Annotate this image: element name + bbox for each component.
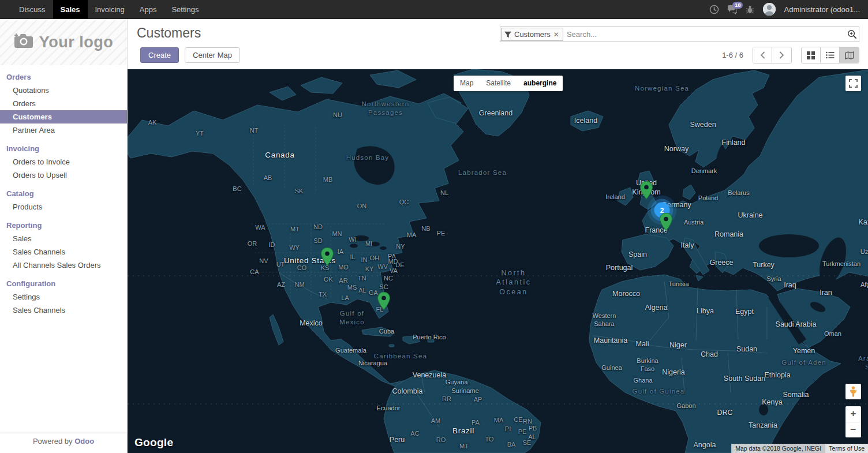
pager-previous-button[interactable] bbox=[753, 47, 772, 63]
nav-app-discuss[interactable]: Discuss bbox=[12, 0, 53, 18]
zoom-out-button[interactable]: − bbox=[845, 422, 861, 438]
customer-map-pin[interactable] bbox=[660, 213, 672, 231]
sidebar-item-products[interactable]: Products bbox=[0, 200, 127, 214]
fullscreen-button[interactable] bbox=[845, 76, 861, 91]
customer-map-pin[interactable] bbox=[640, 181, 653, 199]
sidebar-item-sales-channels-config[interactable]: Sales Channels bbox=[0, 304, 127, 317]
sidebar-item-partner-area[interactable]: Partner Area bbox=[0, 123, 127, 137]
search-facet-customers[interactable]: Customers ✕ bbox=[501, 28, 563, 41]
powered-by-prefix: Powered by bbox=[33, 437, 73, 445]
camera-icon bbox=[14, 33, 33, 51]
pager-next-button[interactable] bbox=[772, 47, 791, 63]
map-type-satellite[interactable]: Satellite bbox=[480, 76, 517, 91]
map-canvas[interactable]: Norwegian SeaNorthwestern PassagesHudson… bbox=[128, 69, 868, 453]
nav-app-settings[interactable]: Settings bbox=[164, 0, 206, 18]
sidebar-item-sales-channels-report[interactable]: Sales Channels bbox=[0, 245, 127, 259]
sidebar-item-orders[interactable]: Orders bbox=[0, 97, 127, 110]
sidebar-item-sales-report[interactable]: Sales bbox=[0, 232, 127, 245]
sidebar: Your logo Orders Quotations Orders Custo… bbox=[0, 19, 128, 453]
messages-icon[interactable]: 10 bbox=[727, 5, 737, 14]
google-logo[interactable]: Google bbox=[134, 436, 173, 449]
message-count-badge: 10 bbox=[732, 2, 743, 9]
facet-label: Customers bbox=[514, 30, 551, 39]
customer-map-pin[interactable] bbox=[377, 292, 390, 310]
pegman-icon bbox=[850, 386, 857, 397]
user-name[interactable]: Administrator (odoo1... bbox=[784, 5, 860, 14]
menu-section-configuration: Configuration bbox=[0, 275, 127, 290]
map-attribution: Map data ©2018 Google, INEGI Terms of Us… bbox=[731, 444, 868, 453]
top-navbar: Discuss Sales Invoicing Apps Settings 10… bbox=[0, 0, 868, 19]
pager-range: 1-6 / 6 bbox=[722, 51, 743, 59]
sidebar-menu: Orders Quotations Orders Customers Partn… bbox=[0, 65, 127, 317]
map-type-control: Map Satellite aubergine bbox=[454, 76, 563, 91]
sidebar-item-orders-to-invoice[interactable]: Orders to Invoice bbox=[0, 155, 127, 169]
terms-of-use-link[interactable]: Terms of Use bbox=[825, 444, 868, 453]
center-map-button[interactable]: Center Map bbox=[185, 47, 240, 63]
user-avatar[interactable] bbox=[763, 3, 776, 16]
powered-by: Powered by Odoo bbox=[0, 433, 127, 450]
content-header: Customers Customers ✕ Create Center Map … bbox=[128, 19, 868, 69]
page-title: Customers bbox=[137, 25, 201, 41]
logo-text: Your logo bbox=[39, 33, 113, 51]
nav-app-sales[interactable]: Sales bbox=[53, 0, 88, 18]
map-type-aubergine[interactable]: aubergine bbox=[517, 76, 563, 91]
nav-apps: Discuss Sales Invoicing Apps Settings bbox=[0, 0, 206, 18]
street-view-pegman-button[interactable] bbox=[845, 384, 861, 399]
bug-icon[interactable] bbox=[745, 5, 755, 14]
activities-clock-icon[interactable] bbox=[709, 5, 719, 14]
menu-section-orders: Orders bbox=[0, 69, 127, 84]
odoo-brand-link[interactable]: Odoo bbox=[74, 437, 94, 445]
kanban-view-button[interactable] bbox=[802, 47, 821, 63]
map-data-attribution: Map data ©2018 Google, INEGI bbox=[731, 444, 825, 453]
menu-section-invoicing: Invoicing bbox=[0, 140, 127, 155]
nav-app-invoicing[interactable]: Invoicing bbox=[88, 0, 132, 18]
menu-section-catalog: Catalog bbox=[0, 185, 127, 200]
sidebar-item-quotations[interactable]: Quotations bbox=[0, 84, 127, 97]
map-view-button[interactable] bbox=[840, 47, 859, 63]
zoom-control: + − bbox=[845, 406, 861, 437]
pager-buttons bbox=[753, 47, 792, 63]
create-button[interactable]: Create bbox=[140, 47, 179, 63]
zoom-in-button[interactable]: + bbox=[845, 406, 861, 422]
customer-map-pin[interactable] bbox=[321, 248, 334, 265]
map-type-map[interactable]: Map bbox=[454, 76, 480, 91]
sidebar-item-orders-to-upsell[interactable]: Orders to Upsell bbox=[0, 169, 127, 182]
search-bar: Customers ✕ bbox=[500, 27, 859, 42]
sidebar-item-settings[interactable]: Settings bbox=[0, 290, 127, 304]
fullscreen-icon bbox=[849, 79, 858, 88]
map-landmasses bbox=[128, 69, 868, 453]
list-view-button[interactable] bbox=[821, 47, 840, 63]
sidebar-item-all-channels-sales-orders[interactable]: All Channels Sales Orders bbox=[0, 259, 127, 272]
sidebar-item-customers[interactable]: Customers bbox=[0, 110, 127, 123]
nav-app-apps[interactable]: Apps bbox=[132, 0, 164, 18]
search-input[interactable] bbox=[563, 30, 845, 39]
facet-remove-icon[interactable]: ✕ bbox=[553, 31, 559, 39]
search-zoom-icon[interactable] bbox=[845, 29, 859, 39]
company-logo[interactable]: Your logo bbox=[0, 19, 127, 65]
view-switcher bbox=[801, 47, 859, 63]
filter-funnel-icon bbox=[504, 31, 511, 38]
menu-section-reporting: Reporting bbox=[0, 217, 127, 232]
